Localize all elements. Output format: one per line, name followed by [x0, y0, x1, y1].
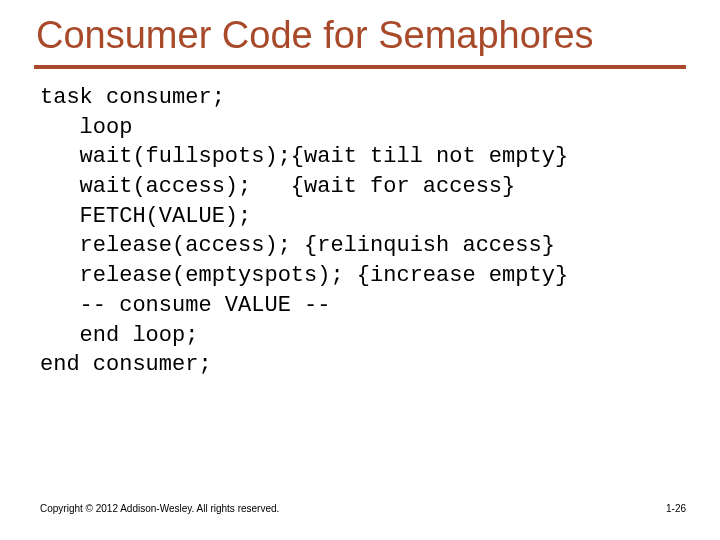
slide-title: Consumer Code for Semaphores [0, 0, 720, 65]
code-line: task consumer; [40, 85, 225, 110]
code-line: release(emptyspots); {increase empty} [40, 263, 568, 288]
code-line: wait(fullspots);{wait till not empty} [40, 144, 568, 169]
code-line: release(access); {relinquish access} [40, 233, 555, 258]
code-line: loop [40, 115, 132, 140]
page-number: 1-26 [666, 503, 686, 514]
copyright-footer: Copyright © 2012 Addison-Wesley. All rig… [40, 503, 279, 514]
code-line: -- consume VALUE -- [40, 293, 330, 318]
code-line: wait(access); {wait for access} [40, 174, 515, 199]
slide: Consumer Code for Semaphores task consum… [0, 0, 720, 540]
code-line: FETCH(VALUE); [40, 204, 251, 229]
code-line: end loop; [40, 323, 198, 348]
code-block: task consumer; loop wait(fullspots);{wai… [0, 69, 720, 380]
code-line: end consumer; [40, 352, 212, 377]
